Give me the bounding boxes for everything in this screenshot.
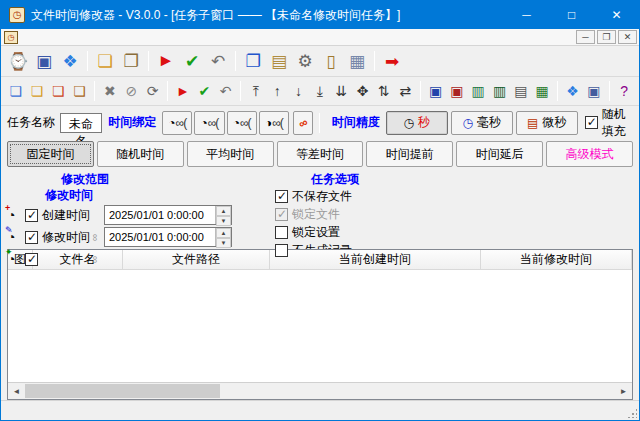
create-time-checkbox[interactable] bbox=[25, 209, 38, 222]
task-settings-row: 任务名称 未命名 时间绑定 ◔∞( ◔∞( ◔∞( ◑∞( ∞ 时间精度 ◷ 秒… bbox=[1, 106, 639, 139]
bind-button-1[interactable]: ◔∞( bbox=[162, 111, 192, 135]
spin-down-icon[interactable]: ▼ bbox=[216, 216, 231, 226]
scatter-icon[interactable]: ✥ bbox=[353, 81, 372, 102]
modify-time-datetime-field[interactable]: 2025/01/01 0:00:00 ▲▼ bbox=[104, 227, 232, 247]
move-down-icon[interactable]: ↓ bbox=[289, 81, 308, 102]
precision-microseconds-button[interactable]: ▤ 微秒 bbox=[516, 111, 578, 135]
modify-time-clock-icon: ◔✎ bbox=[7, 229, 25, 245]
exit-icon[interactable]: ➡ bbox=[380, 49, 404, 73]
mdi-restore-button[interactable]: ❐ bbox=[597, 30, 616, 44]
new-task-icon[interactable]: ⌚ bbox=[6, 49, 30, 73]
precision-seconds-button[interactable]: ◷ 秒 bbox=[386, 111, 448, 135]
bind-button-3[interactable]: ◔∞( bbox=[227, 111, 257, 135]
save-task-icon[interactable]: ▣ bbox=[32, 49, 56, 73]
log-icon[interactable]: ▤ bbox=[267, 49, 291, 73]
tab-time-advance[interactable]: 时间提前 bbox=[366, 141, 453, 167]
export-text-icon[interactable]: ▤ bbox=[511, 81, 530, 102]
tab-time-delay[interactable]: 时间延后 bbox=[456, 141, 543, 167]
undo-arrow-icon[interactable]: ↶ bbox=[216, 81, 235, 102]
modify-time-spinner[interactable]: ▲▼ bbox=[215, 228, 231, 246]
swap-icon[interactable]: ⇅ bbox=[374, 81, 393, 102]
random-fill-label: 随机填充 bbox=[602, 106, 633, 140]
column-header-modify-time[interactable]: 当前修改时间 bbox=[481, 250, 632, 269]
add-folder-time-icon[interactable]: ❏ bbox=[49, 81, 68, 102]
unbind-chain-button[interactable]: ∞ bbox=[293, 111, 313, 135]
create-time-spinner[interactable]: ▲▼ bbox=[215, 206, 231, 224]
import-task-icon[interactable]: ❐ bbox=[119, 49, 143, 73]
maximize-button[interactable]: □ bbox=[549, 1, 594, 29]
no-save-file-checkbox[interactable] bbox=[275, 190, 288, 203]
move-first-icon[interactable]: ⤒ bbox=[246, 81, 265, 102]
app-colors-icon[interactable]: ❖ bbox=[563, 81, 582, 102]
create-time-clock-icon: ◔+ bbox=[7, 207, 25, 223]
spin-up-icon[interactable]: ▲ bbox=[216, 228, 231, 238]
duplicate-window-icon[interactable]: ❐ bbox=[241, 49, 265, 73]
spread-icon[interactable]: ⇊ bbox=[332, 81, 351, 102]
spin-down-icon[interactable]: ▼ bbox=[216, 238, 231, 248]
task-options-header: 任务选项 bbox=[275, 171, 395, 187]
save-list-as-icon[interactable]: ▣ bbox=[447, 81, 466, 102]
app-window: ◷ 文件时间修改器 - V3.0.0 - [任务子窗口 —— 【未命名修改时间任… bbox=[0, 0, 640, 421]
time-precision-label: 时间精度 bbox=[332, 114, 380, 131]
column-header-filepath[interactable]: 文件路径 bbox=[123, 250, 270, 269]
undo-icon[interactable]: ↶ bbox=[206, 49, 230, 73]
access-time-checkbox[interactable] bbox=[25, 253, 38, 266]
shuffle-icon[interactable]: ⇄ bbox=[396, 81, 415, 102]
task-options-column: 任务选项 不保存文件 锁定文件 锁定设置 不生成记录 bbox=[275, 171, 475, 247]
export-excel-icon[interactable]: ▥ bbox=[490, 81, 509, 102]
remove-folder-icon[interactable]: ❏ bbox=[70, 81, 89, 102]
file-list-body[interactable] bbox=[8, 270, 632, 382]
scrollbar-thumb[interactable] bbox=[25, 384, 220, 398]
mdi-minimize-button[interactable]: ─ bbox=[576, 30, 595, 44]
scroll-left-icon[interactable]: ◄ bbox=[8, 383, 25, 399]
tab-fixed-time[interactable]: 固定时间 bbox=[7, 141, 94, 167]
close-button[interactable]: ✕ bbox=[594, 1, 639, 29]
import-excel-icon[interactable]: ▥ bbox=[469, 81, 488, 102]
preview-icon[interactable]: ▦ bbox=[345, 49, 369, 73]
delete-icon[interactable]: ✖ bbox=[100, 81, 119, 102]
open-task-icon[interactable]: ❏ bbox=[93, 49, 117, 73]
minimize-button[interactable]: ─ bbox=[504, 1, 549, 29]
mdi-close-button[interactable]: ✕ bbox=[618, 30, 637, 44]
move-last-icon[interactable]: ⤓ bbox=[310, 81, 329, 102]
save-time-icon[interactable]: ▣ bbox=[584, 81, 603, 102]
random-fill-checkbox[interactable] bbox=[585, 116, 598, 129]
precision-milliseconds-button[interactable]: ◷ 毫秒 bbox=[451, 111, 513, 135]
list-toolbar: ❏ ❏ ❏ ❏ ✖ ⊘ ⟳ ► ✔ ↶ ⤒ ↑ ↓ ⤓ ⇊ ✥ ⇅ ⇄ ▣ ▣ … bbox=[1, 77, 639, 106]
refresh-icon[interactable]: ⟳ bbox=[143, 81, 162, 102]
bind-button-2[interactable]: ◔∞( bbox=[194, 111, 224, 135]
task-name-field[interactable]: 未命名 bbox=[60, 113, 102, 133]
run-icon[interactable]: ► bbox=[173, 81, 192, 102]
modify-time-checkbox[interactable] bbox=[25, 231, 38, 244]
horizontal-scrollbar[interactable]: ◄ ► bbox=[8, 382, 632, 399]
add-files-icon[interactable]: ❏ bbox=[6, 81, 25, 102]
tab-arithmetic-time[interactable]: 等差时间 bbox=[277, 141, 364, 167]
task-manager-icon[interactable]: ❖ bbox=[58, 49, 82, 73]
settings-gear-icon[interactable]: ⚙ bbox=[293, 49, 317, 73]
no-record-checkbox[interactable] bbox=[275, 244, 288, 257]
resize-grip[interactable] bbox=[627, 408, 637, 418]
tab-advanced-mode[interactable]: 高级模式 bbox=[546, 141, 633, 167]
apply-check-icon[interactable]: ✔ bbox=[195, 81, 214, 102]
modify-range-header: 修改范围 bbox=[25, 171, 145, 187]
create-time-row: ◔+ 创建时间 2025/01/01 0:00:00 ▲▼ bbox=[7, 205, 257, 225]
move-up-icon[interactable]: ↑ bbox=[268, 81, 287, 102]
clear-list-icon[interactable]: ⊘ bbox=[122, 81, 141, 102]
column-header-filename[interactable]: 文件名 bbox=[33, 250, 123, 269]
tab-average-time[interactable]: 平均时间 bbox=[187, 141, 274, 167]
help-icon[interactable]: ? bbox=[615, 81, 634, 102]
tab-random-time[interactable]: 随机时间 bbox=[97, 141, 184, 167]
bind-button-4[interactable]: ◑∞( bbox=[259, 111, 289, 135]
spin-up-icon[interactable]: ▲ bbox=[216, 206, 231, 216]
add-folder-icon[interactable]: ❏ bbox=[27, 81, 46, 102]
records-icon[interactable]: ▯ bbox=[319, 49, 343, 73]
create-time-datetime-field[interactable]: 2025/01/01 0:00:00 ▲▼ bbox=[104, 205, 232, 225]
lock-settings-checkbox[interactable] bbox=[275, 226, 288, 239]
scrollbar-track[interactable] bbox=[220, 383, 615, 399]
scroll-right-icon[interactable]: ► bbox=[615, 383, 632, 399]
export-table-icon[interactable]: ▦ bbox=[533, 81, 552, 102]
apply-task-icon[interactable]: ✔ bbox=[180, 49, 204, 73]
column-header-create-time[interactable]: 当前创建时间 bbox=[270, 250, 481, 269]
save-list-icon[interactable]: ▣ bbox=[426, 81, 445, 102]
run-task-icon[interactable]: ► bbox=[154, 49, 178, 73]
